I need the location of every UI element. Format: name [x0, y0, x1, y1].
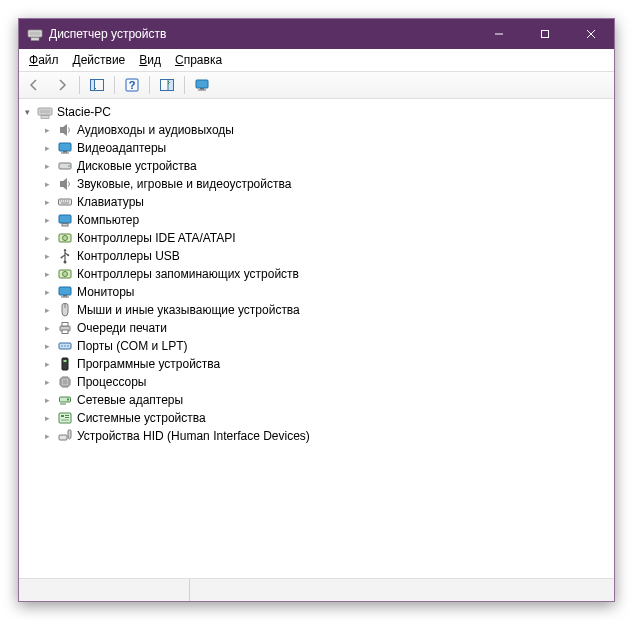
svg-rect-44: [62, 330, 68, 334]
tree-category-label: Системные устройства: [77, 409, 206, 427]
menu-view[interactable]: Вид: [133, 51, 167, 69]
tree-category-row[interactable]: ▸Клавиатуры: [41, 193, 612, 211]
software-icon: [57, 356, 73, 372]
chevron-right-icon[interactable]: ▸: [41, 160, 53, 172]
svg-rect-52: [63, 380, 68, 385]
svg-rect-40: [63, 295, 67, 297]
toolbar-monitor-button[interactable]: [189, 73, 215, 97]
chevron-right-icon[interactable]: ▸: [41, 178, 53, 190]
tree-category-label: Мониторы: [77, 283, 134, 301]
tree-category-row[interactable]: ▸Очереди печати: [41, 319, 612, 337]
cpu-icon: [57, 374, 73, 390]
statusbar-cell: [190, 579, 614, 601]
maximize-button[interactable]: [522, 19, 568, 49]
keyboard-icon: [57, 194, 73, 210]
svg-rect-27: [66, 201, 67, 202]
svg-rect-23: [59, 199, 72, 205]
svg-rect-2: [31, 38, 39, 41]
tree-category-row[interactable]: ▸Звуковые, игровые и видеоустройства: [41, 175, 612, 193]
app-icon: [27, 26, 43, 42]
chevron-right-icon[interactable]: ▸: [41, 304, 53, 316]
chevron-right-icon[interactable]: ▸: [41, 214, 53, 226]
tree-category-label: Контроллеры USB: [77, 247, 180, 265]
tree-category-label: Дисковые устройства: [77, 157, 197, 175]
tree-category-row[interactable]: ▸Программные устройства: [41, 355, 612, 373]
svg-point-38: [63, 272, 68, 277]
storage-icon: [57, 266, 73, 282]
menu-help[interactable]: Справка: [169, 51, 228, 69]
svg-point-21: [68, 165, 70, 167]
toolbar-show-hide-console-button[interactable]: [84, 73, 110, 97]
svg-rect-24: [60, 201, 61, 202]
tree-category-row[interactable]: ▸Видеоадаптеры: [41, 139, 612, 157]
chevron-right-icon[interactable]: ▸: [41, 412, 53, 424]
close-button[interactable]: [568, 19, 614, 49]
tree-category-row[interactable]: ▸Компьютер: [41, 211, 612, 229]
tree-category-row[interactable]: ▸Устройства HID (Human Interface Devices…: [41, 427, 612, 445]
tree-category-label: Видеоадаптеры: [77, 139, 166, 157]
menu-file[interactable]: Файл: [23, 51, 65, 69]
tree-category-row[interactable]: ▸Контроллеры запоминающих устройств: [41, 265, 612, 283]
tree-root-row[interactable]: ▾ Stacie-PC: [21, 103, 612, 121]
svg-rect-19: [61, 153, 69, 154]
svg-point-33: [63, 236, 68, 241]
svg-rect-5: [91, 80, 95, 91]
tree-area: ▾ Stacie-PC ▸Аудиовходы и аудиовыходы▸Ви…: [19, 99, 614, 578]
sound-icon: [57, 176, 73, 192]
port-icon: [57, 338, 73, 354]
chevron-down-icon[interactable]: ▾: [21, 106, 33, 118]
display-adapter-icon: [57, 140, 73, 156]
tree-category-row[interactable]: ▸Порты (COM и LPT): [41, 337, 612, 355]
tree-category-row[interactable]: ▸Мониторы: [41, 283, 612, 301]
tree-category-row[interactable]: ▸Аудиовходы и аудиовыходы: [41, 121, 612, 139]
chevron-right-icon[interactable]: ▸: [41, 124, 53, 136]
chevron-right-icon[interactable]: ▸: [41, 142, 53, 154]
toolbar-back-button[interactable]: [21, 73, 47, 97]
chevron-right-icon[interactable]: ▸: [41, 322, 53, 334]
chevron-right-icon[interactable]: ▸: [41, 196, 53, 208]
menu-action[interactable]: Действие: [67, 51, 132, 69]
chevron-right-icon[interactable]: ▸: [41, 394, 53, 406]
chevron-right-icon[interactable]: ▸: [41, 340, 53, 352]
tree-category-row[interactable]: ▸Мыши и иные указывающие устройства: [41, 301, 612, 319]
chevron-right-icon[interactable]: ▸: [41, 268, 53, 280]
tree-category-row[interactable]: ▸Контроллеры IDE ATA/ATAPI: [41, 229, 612, 247]
tree-category-row[interactable]: ▸Процессоры: [41, 373, 612, 391]
chevron-right-icon[interactable]: ▸: [41, 358, 53, 370]
chevron-right-icon[interactable]: ▸: [41, 376, 53, 388]
tree-category-row[interactable]: ▸Дисковые устройства: [41, 157, 612, 175]
svg-rect-54: [67, 399, 69, 401]
device-tree[interactable]: ▾ Stacie-PC ▸Аудиовходы и аудиовыходы▸Ви…: [19, 99, 614, 578]
toolbar-help-button[interactable]: ?: [119, 73, 145, 97]
svg-rect-15: [41, 116, 49, 119]
toolbar-forward-button[interactable]: [49, 73, 75, 97]
svg-rect-39: [59, 287, 71, 295]
hid-icon: [57, 428, 73, 444]
toolbar-separator: [114, 76, 115, 94]
toolbar-separator: [184, 76, 185, 94]
menubar: Файл Действие Вид Справка: [19, 49, 614, 71]
tree-category-row[interactable]: ▸Контроллеры USB: [41, 247, 612, 265]
chevron-right-icon[interactable]: ▸: [41, 430, 53, 442]
toolbar-scan-hardware-button[interactable]: [154, 73, 180, 97]
svg-rect-25: [62, 201, 63, 202]
minimize-button[interactable]: [476, 19, 522, 49]
svg-rect-60: [59, 435, 67, 440]
svg-rect-26: [64, 201, 65, 202]
svg-rect-43: [62, 323, 68, 327]
svg-rect-29: [61, 203, 69, 204]
svg-rect-1: [30, 32, 41, 36]
chevron-right-icon[interactable]: ▸: [41, 250, 53, 262]
tree-category-label: Программные устройства: [77, 355, 220, 373]
window-root: Диспетчер устройств Файл Действие Вид Сп…: [18, 18, 615, 602]
tree-category-row[interactable]: ▸Сетевые адаптеры: [41, 391, 612, 409]
tree-category-label: Процессоры: [77, 373, 147, 391]
chevron-right-icon[interactable]: ▸: [41, 232, 53, 244]
chevron-right-icon[interactable]: ▸: [41, 286, 53, 298]
printer-icon: [57, 320, 73, 336]
svg-text:?: ?: [129, 79, 136, 91]
tree-category-row[interactable]: ▸Системные устройства: [41, 409, 612, 427]
svg-rect-3: [542, 31, 549, 38]
svg-rect-41: [61, 297, 69, 298]
svg-rect-10: [196, 80, 208, 88]
